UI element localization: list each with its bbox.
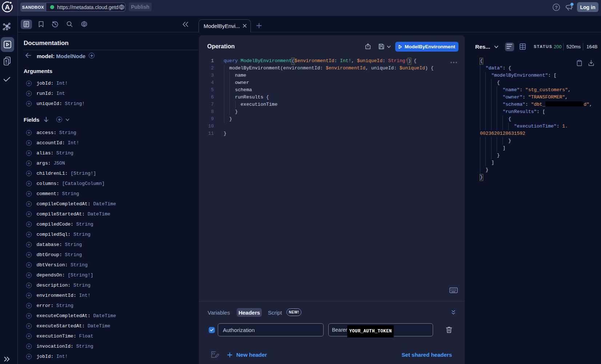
svg-text:?: ? (555, 5, 558, 10)
svg-text:A: A (5, 3, 10, 11)
